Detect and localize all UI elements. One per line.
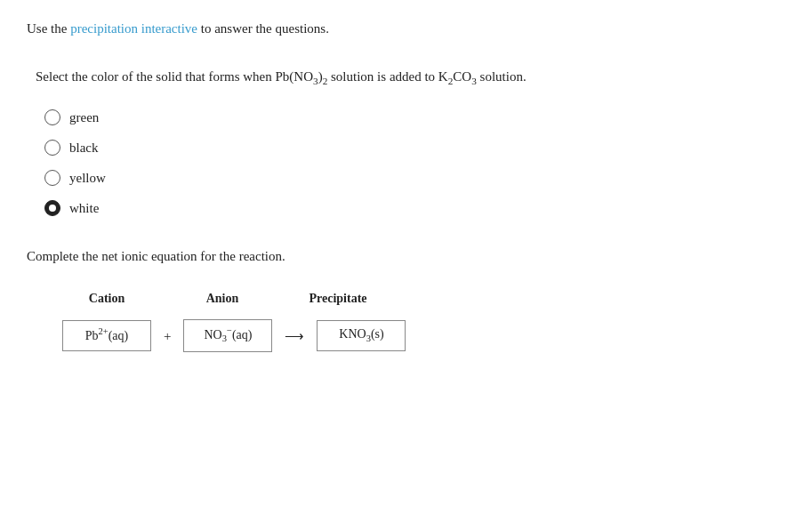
question2-block: Complete the net ionic equation for the … — [27, 245, 785, 352]
question2-text: Complete the net ionic equation for the … — [27, 245, 785, 267]
radio-circle-yellow[interactable] — [44, 170, 60, 186]
ionic-equation-row: Pb2+(aq) + NO3−(aq) ⟶ KNO3(s) — [62, 319, 785, 351]
anion-box[interactable]: NO3−(aq) — [183, 319, 272, 351]
question1-block: Select the color of the solid that forms… — [27, 66, 785, 219]
radio-group-color: green black yellow white — [36, 107, 785, 219]
option-yellow[interactable]: yellow — [44, 167, 785, 189]
option-green-label: green — [69, 107, 99, 128]
radio-circle-green[interactable] — [44, 109, 60, 125]
option-white-label: white — [69, 197, 99, 219]
ionic-table: Cation Anion Precipitate Pb2+(aq) + NO3−… — [62, 289, 785, 352]
intro-line: Use the precipitation interactive to ans… — [27, 18, 785, 39]
radio-circle-black[interactable] — [44, 140, 60, 156]
precipitate-box[interactable]: KNO3(s) — [317, 320, 406, 351]
ionic-table-headers: Cation Anion Precipitate — [62, 289, 785, 309]
intro-suffix: to answer the questions. — [197, 21, 329, 36]
precipitation-interactive-link[interactable]: precipitation interactive — [70, 21, 197, 36]
question1-text: Select the color of the solid that forms… — [36, 66, 785, 89]
plus-sign: + — [164, 325, 171, 347]
intro-prefix: Use the — [27, 21, 70, 36]
header-anion: Anion — [178, 289, 267, 309]
header-cation: Cation — [62, 289, 151, 309]
option-black[interactable]: black — [44, 137, 785, 158]
option-black-label: black — [69, 137, 98, 158]
radio-circle-white[interactable] — [44, 200, 60, 216]
header-precipitate: Precipitate — [293, 289, 382, 309]
arrow-sign: ⟶ — [285, 325, 304, 347]
option-white[interactable]: white — [44, 197, 785, 219]
option-green[interactable]: green — [44, 107, 785, 128]
cation-box[interactable]: Pb2+(aq) — [62, 320, 151, 350]
option-yellow-label: yellow — [69, 167, 106, 189]
